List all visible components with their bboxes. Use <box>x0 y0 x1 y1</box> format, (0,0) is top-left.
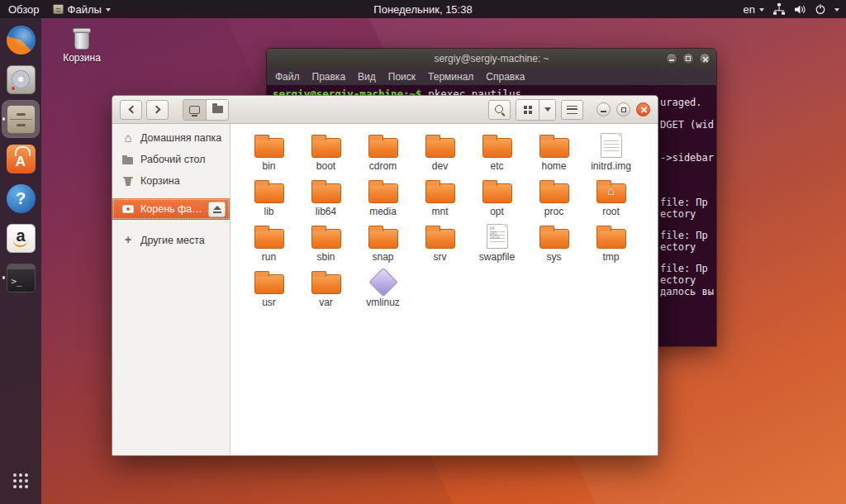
sidebar-item[interactable]: Корзина <box>112 170 230 192</box>
file-item-label: run <box>240 252 297 263</box>
terminal-menu-item[interactable]: Файл <box>275 71 300 83</box>
dock-item-cdrom-drive[interactable] <box>2 61 39 97</box>
activities-button[interactable]: Обзор <box>8 3 40 16</box>
terminal-menu-item[interactable]: Вид <box>358 71 376 83</box>
keyboard-layout-label: en <box>744 3 755 16</box>
file-item[interactable]: cdrom <box>354 132 411 178</box>
hamburger-icon <box>567 106 577 114</box>
file-item[interactable]: root <box>582 178 639 223</box>
search-icon <box>494 104 506 116</box>
file-item-icon <box>250 132 288 159</box>
file-item[interactable]: run <box>240 223 297 269</box>
sidebar-item[interactable]: Рабочий стол <box>112 149 230 170</box>
dock-item-ubuntu-software[interactable]: A <box>2 140 39 177</box>
file-item-label: dev <box>411 161 468 172</box>
back-button[interactable] <box>120 100 142 120</box>
desktop-trash[interactable]: Корзина <box>58 26 106 64</box>
file-item[interactable]: sys <box>525 223 582 269</box>
file-item[interactable]: tmp <box>582 223 639 269</box>
file-item-label: lib <box>240 207 297 217</box>
file-item[interactable]: usr <box>240 269 297 314</box>
file-item[interactable]: vmlinuz <box>354 269 411 314</box>
app-menu[interactable]: Файлы <box>53 3 111 16</box>
file-item[interactable]: lib64 <box>297 178 354 223</box>
dock-item-files[interactable] <box>2 101 39 137</box>
file-grid[interactable]: bin boot cdrom <box>231 124 658 455</box>
file-item-label: boot <box>297 161 354 172</box>
file-item[interactable]: lib <box>240 178 297 223</box>
terminal-menu-item[interactable]: Поиск <box>388 71 416 83</box>
file-item[interactable]: srv <box>411 223 468 269</box>
sidebar-item[interactable]: Корень фа… <box>112 198 230 220</box>
files-sidebar: Домашняя папка Рабочий стол Корзина <box>112 124 231 455</box>
terminal-minimize-button[interactable] <box>666 53 677 64</box>
files-minimize-button[interactable] <box>596 102 611 116</box>
files-maximize-button[interactable] <box>616 102 630 116</box>
file-item[interactable]: dev <box>411 132 468 178</box>
amazon-letter: a <box>7 225 35 252</box>
folder-icon <box>212 106 223 113</box>
clock[interactable]: Понедельник, 15:38 <box>373 3 472 16</box>
keyboard-layout-indicator[interactable]: en <box>744 3 764 16</box>
search-button[interactable] <box>488 100 511 120</box>
file-item[interactable]: initrd.img <box>582 132 639 178</box>
file-item[interactable]: 10 101 1010 swapfile <box>468 223 525 269</box>
file-item-icon <box>535 132 573 159</box>
terminal-title: sergiy@sergiy-machine: ~ <box>434 53 549 64</box>
terminal-titlebar[interactable]: sergiy@sergiy-machine: ~ <box>267 49 716 69</box>
file-item[interactable]: opt <box>468 178 525 223</box>
dock-item-terminal[interactable]: >_ <box>2 259 39 296</box>
sidebar-item-label: Рабочий стол <box>140 154 205 165</box>
show-applications-button[interactable] <box>2 466 39 496</box>
view-options-button[interactable] <box>539 100 555 120</box>
app-menu-label: Файлы <box>68 3 102 16</box>
file-item-icon <box>592 132 630 159</box>
file-item[interactable]: mnt <box>411 178 468 223</box>
sidebar-item-icon <box>121 153 135 166</box>
file-item-icon <box>307 178 345 205</box>
file-item[interactable]: bin <box>240 132 297 178</box>
file-item-label: proc <box>525 207 582 217</box>
file-item-label: mnt <box>411 207 468 217</box>
dock: A ? a >_ <box>0 18 41 504</box>
network-icon[interactable] <box>772 3 786 15</box>
file-item-icon <box>421 178 459 205</box>
dock-item-help[interactable]: ? <box>2 180 39 216</box>
power-icon[interactable] <box>815 3 826 15</box>
file-item[interactable]: home <box>525 132 582 178</box>
file-item[interactable]: proc <box>525 178 582 223</box>
system-menu-chevron-icon[interactable] <box>834 8 839 12</box>
amazon-icon: a <box>7 224 36 253</box>
file-item[interactable]: etc <box>468 132 525 178</box>
terminal-menu-item[interactable]: Правка <box>312 71 346 83</box>
menu-button[interactable] <box>561 100 583 120</box>
computer-icon <box>189 106 200 114</box>
files-close-button[interactable] <box>636 102 650 116</box>
file-item-icon: 10 101 1010 <box>478 223 516 250</box>
path-root-button[interactable] <box>183 100 206 120</box>
file-item[interactable]: boot <box>297 132 354 178</box>
volume-icon[interactable] <box>794 4 806 15</box>
file-item[interactable]: snap <box>354 223 411 269</box>
grid-view-button[interactable] <box>516 100 539 120</box>
terminal-icon: >_ <box>7 264 36 292</box>
file-item[interactable]: var <box>297 269 354 314</box>
path-segment-button[interactable] <box>206 100 228 120</box>
terminal-menu-item[interactable]: Справка <box>486 71 525 83</box>
terminal-menu-item[interactable]: Терминал <box>428 71 473 83</box>
sidebar-item[interactable]: Другие места <box>112 230 230 251</box>
dock-item-firefox[interactable] <box>2 21 39 58</box>
file-item-icon <box>250 178 288 205</box>
file-item[interactable]: media <box>354 178 411 223</box>
terminal-maximize-button[interactable] <box>682 53 694 64</box>
forward-button[interactable] <box>146 100 169 120</box>
files-headerbar[interactable] <box>112 96 658 124</box>
file-item-icon <box>592 223 630 250</box>
file-item-label: initrd.img <box>582 161 639 172</box>
file-item-label: cdrom <box>354 161 411 172</box>
sidebar-item[interactable]: Домашняя папка <box>112 127 230 149</box>
dock-item-amazon[interactable]: a <box>2 220 39 256</box>
eject-icon[interactable] <box>208 202 226 217</box>
terminal-close-button[interactable] <box>699 53 711 64</box>
file-item[interactable]: sbin <box>297 223 354 269</box>
